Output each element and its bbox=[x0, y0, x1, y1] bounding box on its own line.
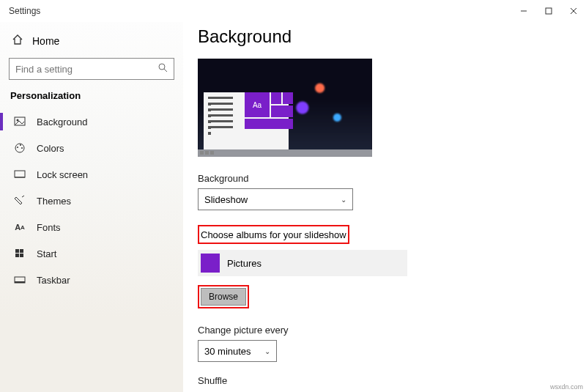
svg-point-8 bbox=[15, 144, 24, 152]
sidebar-item-fonts[interactable]: AA Fonts bbox=[9, 214, 174, 240]
sidebar-item-start[interactable]: Start bbox=[9, 240, 174, 267]
sidebar-item-label: Fonts bbox=[37, 222, 61, 233]
sidebar-item-label: Background bbox=[37, 117, 87, 127]
home-button[interactable]: Home bbox=[9, 29, 174, 58]
svg-rect-14 bbox=[15, 249, 19, 253]
sidebar-item-label: Start bbox=[37, 248, 56, 259]
sidebar-item-label: Colors bbox=[37, 143, 64, 154]
start-icon bbox=[13, 247, 26, 260]
sidebar-item-lock-screen[interactable]: Lock screen bbox=[9, 161, 174, 188]
search-input[interactable] bbox=[9, 58, 174, 80]
svg-rect-17 bbox=[20, 254, 23, 257]
main-content: Background Aa Background Slideshow ⌄ Cho… bbox=[183, 22, 586, 392]
sidebar-item-label: Themes bbox=[37, 196, 71, 207]
svg-rect-12 bbox=[15, 171, 25, 177]
sidebar-item-colors[interactable]: Colors bbox=[9, 135, 174, 161]
sidebar-item-taskbar[interactable]: Taskbar bbox=[9, 267, 174, 293]
albums-label: Choose albums for your slideshow bbox=[201, 229, 346, 240]
home-icon bbox=[12, 34, 23, 48]
minimize-button[interactable] bbox=[511, 0, 536, 22]
svg-point-4 bbox=[159, 64, 165, 70]
titlebar: Settings bbox=[0, 0, 586, 22]
svg-rect-1 bbox=[546, 8, 552, 14]
album-thumbnail bbox=[201, 254, 220, 273]
themes-icon bbox=[13, 194, 26, 207]
svg-point-9 bbox=[17, 147, 18, 148]
search-field[interactable] bbox=[15, 64, 157, 75]
desktop-preview: Aa bbox=[198, 59, 372, 157]
album-name: Pictures bbox=[227, 258, 262, 269]
preview-taskbar bbox=[198, 149, 372, 157]
taskbar-icon bbox=[13, 273, 26, 286]
close-button[interactable] bbox=[561, 0, 586, 22]
background-dropdown-value: Slideshow bbox=[204, 194, 248, 205]
album-row[interactable]: Pictures bbox=[198, 250, 407, 276]
change-picture-label: Change picture every bbox=[198, 325, 565, 336]
browse-button[interactable]: Browse bbox=[201, 288, 246, 306]
sidebar-item-label: Taskbar bbox=[37, 275, 70, 286]
background-label: Background bbox=[198, 173, 565, 184]
chevron-down-icon: ⌄ bbox=[264, 347, 270, 355]
section-title: Personalization bbox=[10, 90, 174, 101]
search-icon bbox=[157, 62, 168, 75]
sidebar-item-themes[interactable]: Themes bbox=[9, 188, 174, 214]
svg-rect-16 bbox=[15, 254, 19, 257]
lock-screen-icon bbox=[13, 168, 26, 181]
maximize-button[interactable] bbox=[536, 0, 561, 22]
svg-rect-15 bbox=[20, 249, 23, 253]
svg-line-5 bbox=[164, 69, 167, 72]
chevron-down-icon: ⌄ bbox=[341, 196, 346, 204]
svg-point-10 bbox=[20, 144, 21, 146]
sidebar: Home Personalization Background Colors L bbox=[0, 22, 183, 392]
sidebar-item-background[interactable]: Background bbox=[9, 108, 174, 135]
home-label: Home bbox=[32, 35, 59, 47]
page-title: Background bbox=[198, 26, 565, 47]
fonts-icon: AA bbox=[13, 221, 26, 234]
window-title: Settings bbox=[9, 6, 40, 16]
background-dropdown[interactable]: Slideshow ⌄ bbox=[198, 188, 353, 210]
svg-point-11 bbox=[21, 147, 23, 149]
preview-start-panel: Aa bbox=[204, 92, 289, 149]
svg-point-7 bbox=[17, 119, 19, 122]
change-interval-dropdown[interactable]: 30 minutes ⌄ bbox=[198, 340, 277, 362]
shuffle-label: Shuffle bbox=[198, 375, 565, 386]
preview-tile-aa: Aa bbox=[245, 92, 270, 117]
watermark: wsxdn.com bbox=[550, 383, 583, 391]
picture-icon bbox=[13, 115, 26, 128]
palette-icon bbox=[13, 141, 26, 155]
change-interval-value: 30 minutes bbox=[204, 346, 251, 357]
svg-rect-19 bbox=[15, 281, 25, 283]
sidebar-item-label: Lock screen bbox=[37, 169, 88, 180]
